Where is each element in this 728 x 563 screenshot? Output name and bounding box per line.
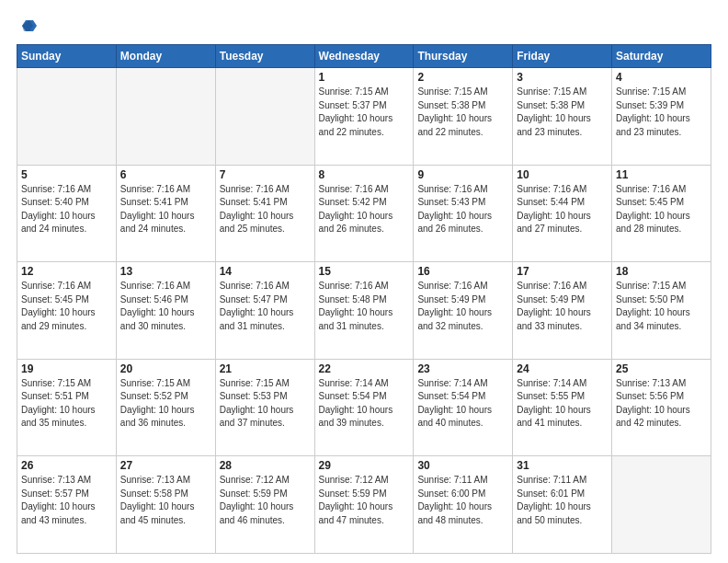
calendar-cell xyxy=(612,456,711,554)
calendar-cell: 25Sunrise: 7:13 AM Sunset: 5:56 PM Dayli… xyxy=(612,359,711,456)
weekday-friday: Friday xyxy=(513,45,612,68)
calendar-cell: 23Sunrise: 7:14 AM Sunset: 5:54 PM Dayli… xyxy=(414,359,513,456)
day-info: Sunrise: 7:13 AM Sunset: 5:58 PM Dayligh… xyxy=(120,474,211,527)
calendar-cell: 10Sunrise: 7:16 AM Sunset: 5:44 PM Dayli… xyxy=(513,165,612,262)
day-info: Sunrise: 7:16 AM Sunset: 5:48 PM Dayligh… xyxy=(319,280,410,333)
calendar-cell: 15Sunrise: 7:16 AM Sunset: 5:48 PM Dayli… xyxy=(314,262,414,360)
calendar-cell: 9Sunrise: 7:16 AM Sunset: 5:43 PM Daylig… xyxy=(414,165,513,262)
day-number: 20 xyxy=(120,362,211,375)
day-number: 2 xyxy=(417,71,508,84)
weekday-sunday: Sunday xyxy=(17,45,117,68)
day-info: Sunrise: 7:13 AM Sunset: 5:57 PM Dayligh… xyxy=(21,474,112,527)
day-info: Sunrise: 7:15 AM Sunset: 5:38 PM Dayligh… xyxy=(517,86,608,139)
day-info: Sunrise: 7:12 AM Sunset: 5:59 PM Dayligh… xyxy=(220,474,311,527)
day-info: Sunrise: 7:14 AM Sunset: 5:55 PM Dayligh… xyxy=(517,377,608,431)
calendar-cell: 17Sunrise: 7:16 AM Sunset: 5:49 PM Dayli… xyxy=(513,262,612,360)
calendar-cell: 1Sunrise: 7:15 AM Sunset: 5:37 PM Daylig… xyxy=(314,68,414,166)
day-number: 6 xyxy=(120,168,211,181)
day-info: Sunrise: 7:11 AM Sunset: 6:00 PM Dayligh… xyxy=(417,474,508,527)
calendar-week-1: 5Sunrise: 7:16 AM Sunset: 5:40 PM Daylig… xyxy=(17,165,711,262)
day-info: Sunrise: 7:15 AM Sunset: 5:52 PM Dayligh… xyxy=(120,377,211,431)
calendar-cell: 29Sunrise: 7:12 AM Sunset: 5:59 PM Dayli… xyxy=(314,456,414,554)
logo-icon xyxy=(17,17,37,37)
weekday-wednesday: Wednesday xyxy=(314,45,414,68)
calendar-week-3: 19Sunrise: 7:15 AM Sunset: 5:51 PM Dayli… xyxy=(17,359,711,456)
calendar-cell: 11Sunrise: 7:16 AM Sunset: 5:45 PM Dayli… xyxy=(612,165,711,262)
calendar-cell: 28Sunrise: 7:12 AM Sunset: 5:59 PM Dayli… xyxy=(215,456,314,554)
day-number: 7 xyxy=(220,168,311,181)
calendar-cell: 20Sunrise: 7:15 AM Sunset: 5:52 PM Dayli… xyxy=(116,359,215,456)
day-number: 23 xyxy=(417,362,508,375)
day-number: 5 xyxy=(21,168,112,181)
day-number: 9 xyxy=(417,168,508,181)
day-info: Sunrise: 7:16 AM Sunset: 5:44 PM Dayligh… xyxy=(517,183,608,236)
day-number: 21 xyxy=(220,362,311,375)
calendar-week-2: 12Sunrise: 7:16 AM Sunset: 5:45 PM Dayli… xyxy=(17,262,711,360)
day-number: 12 xyxy=(21,265,112,278)
calendar-cell: 12Sunrise: 7:16 AM Sunset: 5:45 PM Dayli… xyxy=(17,262,117,360)
calendar-cell: 3Sunrise: 7:15 AM Sunset: 5:38 PM Daylig… xyxy=(513,68,612,166)
day-info: Sunrise: 7:12 AM Sunset: 5:59 PM Dayligh… xyxy=(319,474,410,527)
day-number: 31 xyxy=(517,459,608,472)
calendar-cell: 27Sunrise: 7:13 AM Sunset: 5:58 PM Dayli… xyxy=(116,456,215,554)
calendar-cell: 13Sunrise: 7:16 AM Sunset: 5:46 PM Dayli… xyxy=(116,262,215,360)
day-info: Sunrise: 7:16 AM Sunset: 5:47 PM Dayligh… xyxy=(220,280,311,333)
day-info: Sunrise: 7:15 AM Sunset: 5:53 PM Dayligh… xyxy=(220,377,311,431)
calendar-week-0: 1Sunrise: 7:15 AM Sunset: 5:37 PM Daylig… xyxy=(17,68,711,166)
day-number: 10 xyxy=(517,168,608,181)
day-number: 17 xyxy=(517,265,608,278)
day-number: 19 xyxy=(21,362,112,375)
day-info: Sunrise: 7:15 AM Sunset: 5:39 PM Dayligh… xyxy=(616,86,707,139)
calendar-cell: 16Sunrise: 7:16 AM Sunset: 5:49 PM Dayli… xyxy=(414,262,513,360)
calendar-cell: 8Sunrise: 7:16 AM Sunset: 5:42 PM Daylig… xyxy=(314,165,414,262)
weekday-header-row: SundayMondayTuesdayWednesdayThursdayFrid… xyxy=(17,45,711,68)
day-info: Sunrise: 7:16 AM Sunset: 5:46 PM Dayligh… xyxy=(120,280,211,333)
calendar-header: SundayMondayTuesdayWednesdayThursdayFrid… xyxy=(17,45,711,68)
calendar-cell: 5Sunrise: 7:16 AM Sunset: 5:40 PM Daylig… xyxy=(17,165,117,262)
day-info: Sunrise: 7:16 AM Sunset: 5:43 PM Dayligh… xyxy=(417,183,508,236)
calendar-cell: 21Sunrise: 7:15 AM Sunset: 5:53 PM Dayli… xyxy=(215,359,314,456)
header xyxy=(17,17,711,37)
day-number: 27 xyxy=(120,459,211,472)
day-number: 15 xyxy=(319,265,410,278)
day-info: Sunrise: 7:11 AM Sunset: 6:01 PM Dayligh… xyxy=(517,474,608,527)
day-number: 26 xyxy=(21,459,112,472)
weekday-tuesday: Tuesday xyxy=(215,45,314,68)
day-number: 29 xyxy=(319,459,410,472)
day-number: 28 xyxy=(220,459,311,472)
day-number: 24 xyxy=(517,362,608,375)
calendar-cell: 19Sunrise: 7:15 AM Sunset: 5:51 PM Dayli… xyxy=(17,359,117,456)
logo xyxy=(17,17,40,37)
calendar-cell: 7Sunrise: 7:16 AM Sunset: 5:41 PM Daylig… xyxy=(215,165,314,262)
day-info: Sunrise: 7:16 AM Sunset: 5:45 PM Dayligh… xyxy=(616,183,707,236)
day-info: Sunrise: 7:16 AM Sunset: 5:42 PM Dayligh… xyxy=(319,183,410,236)
day-info: Sunrise: 7:14 AM Sunset: 5:54 PM Dayligh… xyxy=(417,377,508,431)
day-info: Sunrise: 7:16 AM Sunset: 5:45 PM Dayligh… xyxy=(21,280,112,333)
calendar-cell: 6Sunrise: 7:16 AM Sunset: 5:41 PM Daylig… xyxy=(116,165,215,262)
calendar-cell: 18Sunrise: 7:15 AM Sunset: 5:50 PM Dayli… xyxy=(612,262,711,360)
day-info: Sunrise: 7:16 AM Sunset: 5:40 PM Dayligh… xyxy=(21,183,112,236)
day-info: Sunrise: 7:16 AM Sunset: 5:49 PM Dayligh… xyxy=(417,280,508,333)
calendar: SundayMondayTuesdayWednesdayThursdayFrid… xyxy=(17,44,711,554)
day-number: 13 xyxy=(120,265,211,278)
day-info: Sunrise: 7:16 AM Sunset: 5:49 PM Dayligh… xyxy=(517,280,608,333)
calendar-body: 1Sunrise: 7:15 AM Sunset: 5:37 PM Daylig… xyxy=(17,68,711,554)
calendar-cell: 14Sunrise: 7:16 AM Sunset: 5:47 PM Dayli… xyxy=(215,262,314,360)
day-info: Sunrise: 7:15 AM Sunset: 5:38 PM Dayligh… xyxy=(417,86,508,139)
calendar-cell xyxy=(17,68,117,166)
day-number: 25 xyxy=(616,362,707,375)
calendar-cell xyxy=(215,68,314,166)
calendar-cell: 31Sunrise: 7:11 AM Sunset: 6:01 PM Dayli… xyxy=(513,456,612,554)
calendar-week-4: 26Sunrise: 7:13 AM Sunset: 5:57 PM Dayli… xyxy=(17,456,711,554)
calendar-cell: 22Sunrise: 7:14 AM Sunset: 5:54 PM Dayli… xyxy=(314,359,414,456)
calendar-cell xyxy=(116,68,215,166)
day-info: Sunrise: 7:13 AM Sunset: 5:56 PM Dayligh… xyxy=(616,377,707,431)
calendar-cell: 2Sunrise: 7:15 AM Sunset: 5:38 PM Daylig… xyxy=(414,68,513,166)
day-info: Sunrise: 7:14 AM Sunset: 5:54 PM Dayligh… xyxy=(319,377,410,431)
calendar-cell: 4Sunrise: 7:15 AM Sunset: 5:39 PM Daylig… xyxy=(612,68,711,166)
day-number: 22 xyxy=(319,362,410,375)
day-number: 8 xyxy=(319,168,410,181)
day-number: 18 xyxy=(616,265,707,278)
day-info: Sunrise: 7:16 AM Sunset: 5:41 PM Dayligh… xyxy=(120,183,211,236)
weekday-saturday: Saturday xyxy=(612,45,711,68)
